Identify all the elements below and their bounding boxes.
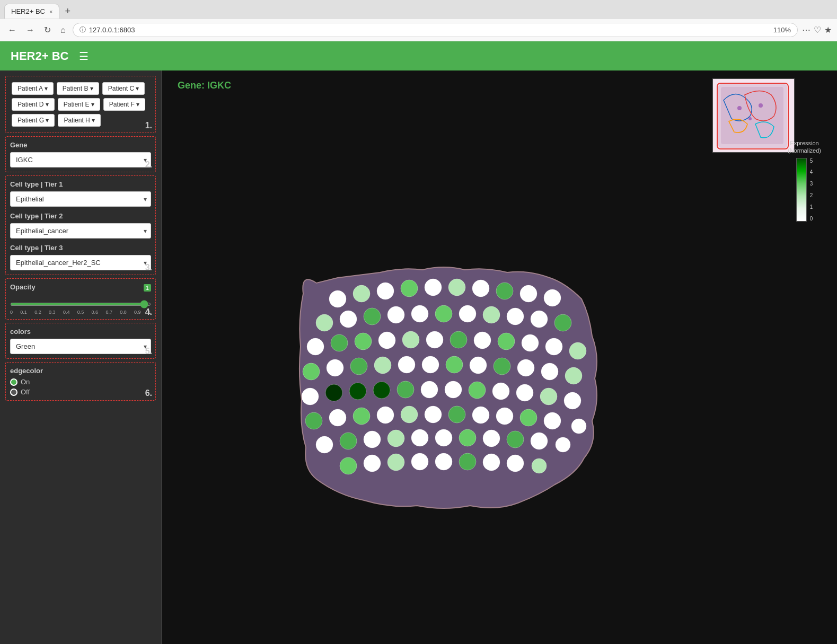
svg-point-65 [329, 409, 346, 426]
gene-display-label: Gene: IGKC [178, 80, 231, 91]
cell-tier2-wrapper: Epithelial_cancer ▾ [10, 223, 151, 239]
back-button[interactable]: ← [5, 24, 19, 36]
svg-point-47 [470, 357, 487, 374]
section1-number: 1. [145, 121, 152, 130]
expression-legend: Expression(Normalized) 5 4 3 2 1 0 [788, 139, 821, 222]
edgecolor-off-option[interactable]: Off [10, 388, 151, 396]
svg-point-53 [325, 384, 342, 401]
svg-point-44 [398, 356, 415, 373]
tissue-thumbnail [712, 78, 795, 153]
svg-point-35 [474, 332, 491, 349]
colors-select[interactable]: Green [10, 339, 151, 354]
svg-point-52 [302, 388, 319, 405]
patient-c-button[interactable]: Patient C ▾ [102, 82, 145, 95]
patients-section: Patient A ▾ Patient B ▾ Patient C ▾ Pati… [5, 76, 156, 133]
edgecolor-off-radio[interactable] [10, 389, 17, 396]
extensions-icon[interactable]: ⋯ [802, 25, 810, 35]
patient-h-button[interactable]: Patient H ▾ [58, 114, 101, 127]
edgecolor-on-option[interactable]: On [10, 378, 151, 386]
svg-point-15 [520, 285, 537, 302]
star-icon[interactable]: ★ [824, 25, 832, 35]
svg-point-84 [507, 431, 524, 448]
svg-point-33 [426, 331, 443, 348]
gene-section: Gene IGKC ▾ 2. [5, 136, 156, 172]
svg-point-85 [531, 433, 548, 449]
thumbnail-svg [713, 79, 795, 153]
home-button[interactable]: ⌂ [58, 24, 68, 36]
svg-point-50 [541, 363, 558, 380]
opacity-slider[interactable] [10, 303, 151, 306]
gene-select[interactable]: IGKC [10, 152, 151, 167]
reload-button[interactable]: ↻ [41, 24, 54, 36]
opacity-value: 1 [144, 284, 151, 292]
patient-e-button[interactable]: Patient E ▾ [58, 98, 100, 111]
patient-buttons: Patient A ▾ Patient B ▾ Patient C ▾ Pati… [10, 81, 151, 128]
svg-point-67 [377, 407, 394, 424]
patient-d-button[interactable]: Patient D ▾ [12, 98, 55, 111]
edgecolor-off-label: Off [21, 388, 30, 396]
svg-point-57 [421, 381, 438, 398]
svg-point-59 [469, 382, 486, 399]
svg-point-20 [387, 306, 404, 323]
svg-point-34 [450, 331, 467, 348]
svg-point-55 [373, 382, 390, 399]
svg-point-71 [472, 407, 489, 424]
cell-tier2-select[interactable]: Epithelial_cancer [10, 223, 151, 239]
address-bar[interactable]: ⓘ 127.0.0.1:6803 110% [73, 23, 798, 37]
patient-f-button[interactable]: Patient F ▾ [103, 98, 145, 111]
svg-point-62 [540, 388, 557, 405]
section5-number: 5. [145, 347, 152, 356]
legend-tick-3: 3 [810, 181, 813, 187]
svg-point-5 [759, 103, 763, 108]
cell-tier1-wrapper: Epithelial ▾ [10, 191, 151, 207]
svg-point-28 [307, 338, 324, 355]
patient-a-button[interactable]: Patient A ▾ [12, 82, 54, 95]
cell-tier3-label: Cell type | Tier 3 [10, 244, 151, 252]
svg-point-32 [402, 331, 419, 348]
opacity-label: Opacity [10, 283, 36, 291]
bookmark-icon[interactable]: ♡ [814, 25, 821, 35]
svg-point-46 [446, 356, 463, 373]
legend-title: Expression(Normalized) [788, 139, 821, 155]
svg-point-30 [355, 333, 372, 350]
svg-point-56 [397, 381, 414, 398]
svg-point-27 [554, 314, 571, 331]
section2-number: 2. [145, 160, 152, 170]
tissue-visualization [295, 241, 603, 516]
tissue-container [178, 129, 720, 628]
svg-point-75 [571, 419, 586, 434]
edgecolor-on-radio[interactable] [10, 378, 17, 386]
svg-point-29 [331, 334, 348, 351]
svg-point-74 [544, 412, 561, 429]
active-tab: HER2+ BC × [4, 4, 59, 19]
svg-point-13 [472, 280, 489, 297]
edgecolor-section: edgecolor On Off 6. [5, 362, 156, 401]
svg-point-48 [494, 358, 510, 375]
svg-point-41 [327, 359, 343, 376]
svg-point-42 [350, 358, 367, 375]
svg-point-23 [459, 305, 476, 322]
svg-point-68 [401, 406, 418, 423]
legend-container: 5 4 3 2 1 0 [796, 158, 813, 222]
cell-tier3-select[interactable]: Epithelial_cancer_Her2_SC [10, 255, 151, 270]
svg-point-73 [520, 409, 537, 426]
legend-tick-4: 4 [810, 169, 813, 175]
gene-label: Gene [10, 141, 151, 149]
svg-point-25 [507, 308, 524, 325]
svg-point-80 [411, 429, 428, 446]
svg-point-11 [425, 279, 442, 296]
colors-label: colors [10, 328, 151, 336]
cell-tier1-select[interactable]: Epithelial [10, 191, 151, 207]
svg-point-60 [492, 383, 509, 400]
svg-point-17 [316, 314, 333, 331]
tab-close-icon[interactable]: × [49, 8, 52, 15]
patient-b-button[interactable]: Patient B ▾ [57, 82, 99, 95]
svg-point-91 [435, 453, 452, 470]
patient-g-button[interactable]: Patient G ▾ [12, 114, 55, 127]
forward-button[interactable]: → [23, 24, 37, 36]
menu-icon[interactable]: ☰ [79, 50, 89, 63]
new-tab-button[interactable]: + [59, 6, 76, 17]
cell-tier3-wrapper: Epithelial_cancer_Her2_SC ▾ [10, 255, 151, 270]
svg-point-21 [411, 305, 428, 322]
info-icon: ⓘ [80, 25, 86, 34]
